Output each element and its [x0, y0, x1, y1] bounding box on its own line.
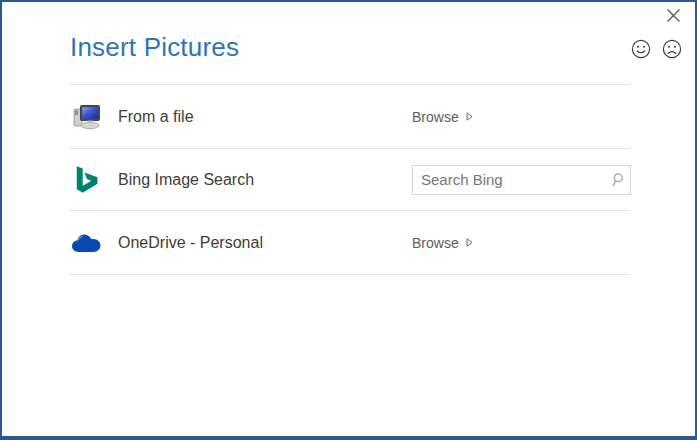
browse-arrow-icon: [466, 109, 473, 125]
bing-search-box: [412, 165, 631, 195]
smiley-sad-icon[interactable]: [662, 39, 682, 59]
row-label: Bing Image Search: [118, 171, 254, 189]
row-onedrive: OneDrive - Personal Browse: [70, 211, 630, 275]
row-label: OneDrive - Personal: [118, 234, 263, 252]
browse-onedrive-link[interactable]: Browse: [412, 235, 473, 251]
page-title: Insert Pictures: [70, 32, 239, 63]
insert-pictures-dialog: Insert Pictures: [0, 0, 697, 440]
computer-icon: [70, 102, 104, 132]
browse-arrow-icon: [466, 235, 473, 251]
row-bing-search: Bing Image Search: [70, 149, 630, 211]
browse-label: Browse: [412, 235, 459, 251]
source-list: From a file Browse Bing Image: [70, 84, 630, 275]
row-from-file: From a file Browse: [70, 85, 630, 149]
browse-label: Browse: [412, 109, 459, 125]
row-label: From a file: [118, 108, 194, 126]
close-button[interactable]: [665, 9, 681, 25]
feedback-buttons: [631, 39, 682, 59]
onedrive-icon: [70, 232, 104, 254]
search-magnifier-icon[interactable]: [609, 172, 625, 188]
browse-from-file-link[interactable]: Browse: [412, 109, 473, 125]
close-icon: [666, 8, 681, 27]
bing-icon: [70, 166, 104, 193]
smiley-happy-icon[interactable]: [631, 39, 651, 59]
bing-search-input[interactable]: [412, 165, 631, 195]
